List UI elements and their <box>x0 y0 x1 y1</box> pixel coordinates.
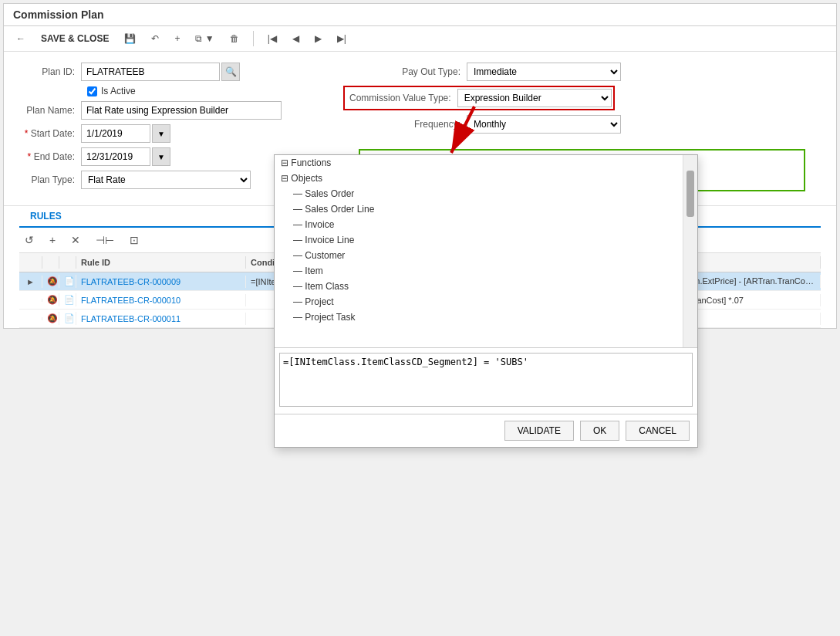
main-window: Commission Plan ← SAVE & CLOSE 💾 ↶ + ⧉ ▼ <box>3 3 837 329</box>
row3-expand <box>19 317 42 320</box>
next-button[interactable]: ▶ <box>310 31 326 46</box>
start-date-wrap: ▼ <box>81 124 170 143</box>
start-date-input[interactable] <box>81 124 150 143</box>
commission-value-label: Commission Value Type: <box>346 93 457 103</box>
toolbar: ← SAVE & CLOSE 💾 ↶ + ⧉ ▼ 🗑 |◀ <box>4 26 836 52</box>
row3-icon1: 🔕 <box>42 312 59 325</box>
tree-sales-order[interactable]: — Sales Order <box>275 186 683 201</box>
expression-builder-dialog: ⊟ Functions ⊟ Objects — Sales Order — Sa… <box>274 154 698 448</box>
export-button[interactable]: ⊡ <box>124 232 144 249</box>
end-date-input[interactable] <box>81 147 150 166</box>
add-rule-button[interactable]: + <box>44 232 61 249</box>
page-wrapper: Commission Plan ← SAVE & CLOSE 💾 ↶ + ⧉ ▼ <box>0 0 840 636</box>
expression-textarea-area: =[INItemClass.ItemClassCD_Segment2] = 'S… <box>275 348 697 414</box>
svg-line-1 <box>451 107 474 153</box>
copy-icon: ⧉ ▼ <box>195 33 214 44</box>
last-button[interactable]: ▶| <box>332 31 351 46</box>
first-button[interactable]: |◀ <box>263 31 282 46</box>
validate-button[interactable]: VALIDATE <box>504 421 574 441</box>
tree-panel[interactable]: ⊟ Functions ⊟ Objects — Sales Order — Sa… <box>275 155 683 347</box>
plan-id-wrap: 🔍 <box>81 63 240 81</box>
delete-toolbar-button[interactable]: 🗑 <box>225 31 244 46</box>
tree-project-task[interactable]: — Project Task <box>275 310 683 325</box>
prev-icon: ◀ <box>292 33 299 44</box>
pay-out-type-label: Pay Out Type: <box>343 66 467 77</box>
delete-icon: 🗑 <box>230 33 239 44</box>
first-icon: |◀ <box>268 33 277 44</box>
start-date-picker[interactable]: ▼ <box>152 124 170 143</box>
plan-type-label: Plan Type: <box>19 174 81 185</box>
save-icon: 💾 <box>124 33 136 44</box>
col-icon2 <box>59 256 76 269</box>
plan-id-row: Plan ID: 🔍 <box>19 63 312 81</box>
plan-id-input[interactable] <box>81 63 220 81</box>
undo-icon: ↶ <box>151 33 159 44</box>
row1-icon1: 🔕 <box>42 275 59 288</box>
back-icon: ← <box>16 33 25 44</box>
is-active-checkbox[interactable] <box>87 86 97 96</box>
undo-button[interactable]: ↶ <box>147 31 164 46</box>
save-close-label: SAVE & CLOSE <box>41 33 109 44</box>
save-close-button[interactable]: SAVE & CLOSE <box>36 31 113 46</box>
tree-area: ⊟ Functions ⊟ Objects — Sales Order — Sa… <box>275 155 697 348</box>
pay-out-type-select[interactable]: Immediate Deferred <box>467 63 621 81</box>
row2-icon2: 📄 <box>59 293 76 306</box>
end-date-picker[interactable]: ▼ <box>152 147 170 166</box>
row1-icon2: 📄 <box>59 275 76 288</box>
tree-scrollbar[interactable] <box>683 155 697 347</box>
tree-functions[interactable]: ⊟ Functions <box>275 155 683 171</box>
cancel-button[interactable]: CANCEL <box>626 421 690 441</box>
row2-icon1: 🔕 <box>42 293 59 306</box>
plan-name-input[interactable] <box>81 101 282 120</box>
plan-name-label: Plan Name: <box>19 105 81 116</box>
toolbar-separator <box>253 31 254 46</box>
expression-input[interactable]: =[INItemClass.ItemClassCD_Segment2] = 'S… <box>279 353 693 407</box>
plan-name-row: Plan Name: <box>19 101 312 120</box>
ok-button[interactable]: OK <box>580 421 619 441</box>
save-icon-button[interactable]: 💾 <box>120 31 140 46</box>
col-rule-id-header: Rule ID <box>76 256 246 269</box>
tree-objects[interactable]: ⊟ Objects <box>275 171 683 186</box>
form-left: Plan ID: 🔍 Is Active Plan Name: Start Da… <box>19 63 312 199</box>
commission-value-type-row: Commission Value Type: Expression Builde… <box>343 86 821 110</box>
prev-button[interactable]: ◀ <box>288 31 304 46</box>
col-icon1 <box>42 256 59 269</box>
plan-id-search-button[interactable]: 🔍 <box>221 63 240 81</box>
add-icon: + <box>174 33 180 44</box>
plan-type-wrap: Flat Rate Tiered Split <box>81 171 251 189</box>
add-toolbar-button[interactable]: + <box>170 31 184 46</box>
row2-rule-id[interactable]: FLATRATEEB-CR-000010 <box>76 294 246 306</box>
tab-rules[interactable]: RULES <box>19 206 73 228</box>
row1-expand: ► <box>19 276 42 288</box>
is-active-row: Is Active <box>19 86 312 96</box>
fit-button[interactable]: ⊣⊢ <box>90 232 120 249</box>
tree-item-class[interactable]: — Item Class <box>275 279 683 294</box>
is-active-label: Is Active <box>101 86 136 96</box>
start-date-label: Start Date: <box>19 128 81 139</box>
tree-item[interactable]: — Item <box>275 263 683 279</box>
plan-type-row: Plan Type: Flat Rate Tiered Split <box>19 171 312 189</box>
tree-invoice[interactable]: — Invoice <box>275 217 683 232</box>
tree-sales-order-line[interactable]: — Sales Order Line <box>275 201 683 217</box>
row3-rule-id[interactable]: FLATRATEEB-CR-000011 <box>76 313 246 325</box>
frequency-row: Frequency: Monthly Weekly Daily <box>343 115 821 134</box>
plan-id-label: Plan ID: <box>19 66 81 77</box>
end-date-label: End Date: <box>19 151 81 162</box>
copy-button[interactable]: ⧉ ▼ <box>191 31 218 46</box>
delete-rule-button[interactable]: ✕ <box>66 232 86 249</box>
tree-invoice-line[interactable]: — Invoice Line <box>275 232 683 248</box>
back-button[interactable]: ← <box>12 31 30 46</box>
end-date-row: End Date: ▼ <box>19 147 312 166</box>
plan-type-select[interactable]: Flat Rate Tiered Split <box>81 171 251 189</box>
next-icon: ▶ <box>315 33 322 44</box>
refresh-button[interactable]: ↺ <box>19 232 39 249</box>
row2-expand <box>19 299 42 302</box>
pay-out-type-row: Pay Out Type: Immediate Deferred <box>343 63 821 81</box>
window-titlebar: Commission Plan <box>4 4 836 26</box>
end-date-wrap: ▼ <box>81 147 170 166</box>
row1-rule-id[interactable]: FLATRATEEB-CR-000009 <box>76 276 246 288</box>
row3-icon2: 📄 <box>59 312 76 325</box>
tree-customer[interactable]: — Customer <box>275 248 683 263</box>
tree-project[interactable]: — Project <box>275 294 683 310</box>
last-icon: ▶| <box>337 33 346 44</box>
